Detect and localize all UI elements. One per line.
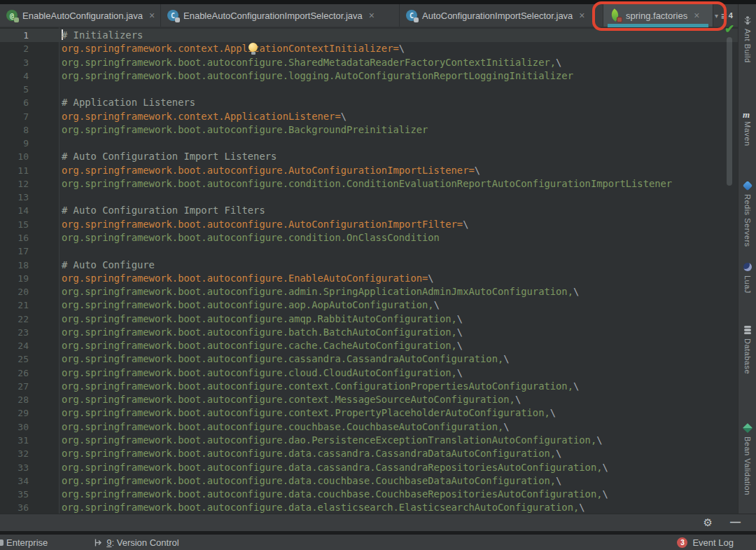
code-line[interactable]: 2org.springframework.context.Application… <box>0 42 738 55</box>
code-line[interactable]: 22org.springframework.boot.autoconfigure… <box>0 312 738 326</box>
code-token: org.springframework.boot.autoconfigure.a… <box>62 286 573 297</box>
hidden-tab-count: 4 <box>729 11 733 20</box>
code-text: org.springframework.boot.autoconfigure.c… <box>62 339 463 352</box>
close-icon[interactable]: × <box>579 11 584 20</box>
tool-button-luaj[interactable]: LuaJ <box>738 262 756 294</box>
tab-list-icon[interactable]: ≡ <box>721 11 727 21</box>
code-line[interactable]: 15org.springframework.boot.autoconfigure… <box>0 218 738 231</box>
code-editor[interactable]: 1# Initializers2org.springframework.cont… <box>0 27 738 514</box>
code-token: org.springframework.boot.autoconfigure.c… <box>62 380 573 392</box>
line-number: 23 <box>0 326 59 339</box>
code-line[interactable]: 25org.springframework.boot.autoconfigure… <box>0 352 738 366</box>
code-token: org.springframework.boot.autoconfigure.c… <box>62 178 672 189</box>
code-token: org.springframework.boot.autoconfigure.l… <box>62 70 573 81</box>
code-line[interactable]: 5 <box>0 83 738 96</box>
code-line[interactable]: 33org.springframework.boot.autoconfigure… <box>0 461 738 474</box>
code-text: org.springframework.boot.autoconfigure.d… <box>62 474 561 488</box>
code-line[interactable]: 34org.springframework.boot.autoconfigure… <box>0 474 738 488</box>
tab-spring-factories[interactable]: spring.factories × <box>603 4 713 27</box>
code-line[interactable]: 11org.springframework.boot.autoconfigure… <box>0 164 738 177</box>
tool-label: Redis Servers <box>743 194 752 247</box>
line-number: 36 <box>0 501 59 514</box>
close-icon[interactable]: × <box>149 11 155 20</box>
code-line[interactable]: 17 <box>0 245 738 258</box>
code-line[interactable]: 12org.springframework.boot.autoconfigure… <box>0 177 738 191</box>
code-line[interactable]: 13 <box>0 191 738 204</box>
code-token: \ <box>428 273 433 284</box>
code-text: org.springframework.boot.autoconfigure.d… <box>62 501 585 514</box>
code-line[interactable]: 18# Auto Configure <box>0 259 738 272</box>
intention-bulb-icon[interactable] <box>248 43 258 55</box>
code-token: org.springframework.boot.autoconfigure.c… <box>62 394 515 405</box>
code-token: \ <box>579 502 584 513</box>
code-text: org.springframework.boot.autoconfigure.l… <box>62 69 573 83</box>
code-line[interactable]: 35org.springframework.boot.autoconfigure… <box>0 488 738 501</box>
tool-button-maven[interactable]: m Maven <box>738 108 756 146</box>
code-line[interactable]: 32org.springframework.boot.autoconfigure… <box>0 447 738 460</box>
code-line[interactable]: 8org.springframework.boot.autoconfigure.… <box>0 123 738 137</box>
line-number: 22 <box>0 312 59 326</box>
code-line[interactable]: 4org.springframework.boot.autoconfigure.… <box>0 69 738 83</box>
code-token: org.springframework.boot.autoconfigure.c… <box>62 232 440 243</box>
code-line[interactable]: 6# Application Listeners <box>0 96 738 109</box>
line-number: 27 <box>0 380 59 393</box>
line-number: 26 <box>0 366 59 380</box>
code-line[interactable]: 10# Auto Configuration Import Listeners <box>0 150 738 163</box>
line-number: 28 <box>0 393 59 406</box>
code-token: \ <box>573 286 579 297</box>
line-number: 12 <box>0 177 59 191</box>
tool-button-bean-validation[interactable]: Bean Validation <box>738 423 756 495</box>
code-line[interactable]: 1# Initializers <box>0 29 738 42</box>
tab-enableautoconfigurationimportselector-java[interactable]: C EnableAutoConfigurationImportSelector.… <box>161 4 400 27</box>
code-line[interactable]: 31org.springframework.boot.autoconfigure… <box>0 434 738 447</box>
code-line[interactable]: 21org.springframework.boot.autoconfigure… <box>0 298 738 312</box>
tab-autoconfigurationimportselector-java[interactable]: C AutoConfigurationImportSelector.java × <box>400 4 603 27</box>
code-line[interactable]: 20org.springframework.boot.autoconfigure… <box>0 285 738 298</box>
line-number: 11 <box>0 164 59 177</box>
close-icon[interactable]: × <box>694 11 699 20</box>
code-token: \ <box>603 488 608 500</box>
code-token: org.springframework.boot.autoconfigure.c… <box>62 407 550 418</box>
inspection-ok-icon[interactable]: ✔ <box>724 22 734 36</box>
code-line[interactable]: 23org.springframework.boot.autoconfigure… <box>0 326 738 339</box>
code-token: \ <box>556 475 561 486</box>
code-text: org.springframework.context.ApplicationL… <box>62 110 346 123</box>
code-line[interactable]: 26org.springframework.boot.autoconfigure… <box>0 366 738 380</box>
code-line[interactable]: 36org.springframework.boot.autoconfigure… <box>0 501 738 514</box>
line-number: 1 <box>0 29 59 42</box>
line-number: 6 <box>0 96 59 109</box>
gear-icon[interactable]: ⚙ <box>704 516 713 529</box>
code-line[interactable]: 3org.springframework.boot.autoconfigure.… <box>0 56 738 69</box>
code-line[interactable]: 19org.springframework.boot.autoconfigure… <box>0 272 738 285</box>
chevron-down-icon[interactable]: ▾ <box>715 12 718 20</box>
code-line[interactable]: 9 <box>0 137 738 150</box>
line-number: 5 <box>0 83 59 96</box>
editor-vertical-scrollbar[interactable] <box>727 37 732 186</box>
code-line[interactable]: 27org.springframework.boot.autoconfigure… <box>0 380 738 393</box>
code-line[interactable]: 29org.springframework.boot.autoconfigure… <box>0 406 738 420</box>
right-tool-window-bar: Ant Build m Maven Redis Servers LuaJ Dat… <box>738 4 756 514</box>
code-line[interactable]: 16org.springframework.boot.autoconfigure… <box>0 231 738 245</box>
line-number: 10 <box>0 150 59 163</box>
code-line[interactable]: 24org.springframework.boot.autoconfigure… <box>0 339 738 352</box>
code-line[interactable]: 30org.springframework.boot.autoconfigure… <box>0 420 738 434</box>
tool-button-ant-build[interactable]: Ant Build <box>738 15 756 63</box>
code-text: org.springframework.boot.autoconfigure.c… <box>62 393 521 406</box>
code-text: # Initializers <box>62 29 143 42</box>
event-log-button[interactable]: 3 Event Log <box>677 537 734 548</box>
close-icon[interactable]: × <box>369 11 374 20</box>
minimize-icon[interactable]: — <box>730 516 741 528</box>
code-line[interactable]: 28org.springframework.boot.autoconfigure… <box>0 393 738 406</box>
code-text: org.springframework.boot.autoconfigure.c… <box>62 420 510 434</box>
tool-button-redis-servers[interactable]: Redis Servers <box>738 181 756 247</box>
tool-button-database[interactable]: Database <box>738 325 756 374</box>
line-number: 8 <box>0 123 59 137</box>
code-token: # Application Listeners <box>62 97 195 108</box>
code-line[interactable]: 14# Auto Configuration Import Filters <box>0 204 738 217</box>
line-number: 24 <box>0 339 59 352</box>
line-number: 4 <box>0 69 59 83</box>
editor-tab-bar: @ EnableAutoConfiguration.java × C Enabl… <box>0 4 756 27</box>
version-control-button[interactable]: 9: Version Control <box>94 537 178 548</box>
code-line[interactable]: 7org.springframework.context.Application… <box>0 110 738 123</box>
tab-enableautoconfiguration-java[interactable]: @ EnableAutoConfiguration.java × <box>0 4 161 27</box>
